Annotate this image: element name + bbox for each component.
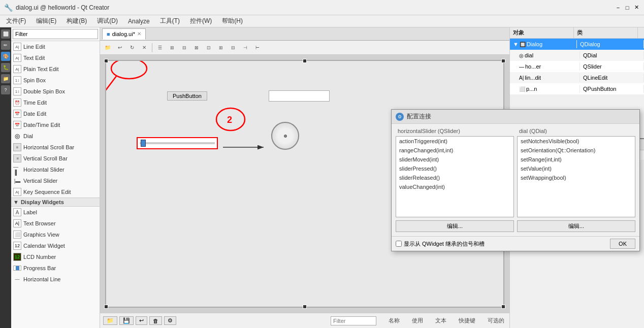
sidebar-item-vert-slider[interactable]: |▬ Vertical Slider [11, 175, 100, 186]
sidebar-item-text-edit[interactable]: A| Text Edit [11, 52, 100, 63]
sidebar-item-dial[interactable]: ◎ Dial [11, 130, 100, 142]
activity-edit[interactable]: ✏ [1, 41, 10, 50]
dialog-edit-btn-left[interactable]: 编辑... [396, 220, 514, 232]
resize-handle-br[interactable] [501, 305, 505, 309]
canvas-tb-layout4[interactable]: ⊠ [191, 42, 202, 53]
resize-handle-bl[interactable] [104, 305, 108, 309]
sidebar-item-calendar-widget[interactable]: 12 Calendar Widget [11, 240, 100, 251]
canvas-bottom-btn-4[interactable]: 🗑 [149, 316, 162, 325]
resize-handle-bc[interactable] [303, 305, 307, 309]
canvas-tb-layout7[interactable]: ⊟ [228, 42, 239, 53]
sidebar-item-date-edit[interactable]: 📅 Date Edit [11, 108, 100, 119]
dialog-right-list[interactable]: setNotchesVisible(bool) setOrientation(Q… [517, 136, 635, 217]
canvas-tab-dialog-ui[interactable]: ■ dialog.ui* ✕ [102, 28, 146, 40]
object-row-pushbutton[interactable]: ⬜ p...n QPushButton [510, 83, 644, 94]
sidebar-item-progress-bar[interactable]: Progress Bar [11, 263, 100, 274]
menu-help[interactable]: 帮助(H) [218, 16, 247, 26]
sidebar-item-vert-scroll[interactable]: ≡ Vertical Scroll Bar [11, 153, 100, 164]
canvas-dial-widget[interactable] [271, 122, 299, 150]
dialog-ok-button[interactable]: OK [610, 239, 635, 249]
minimize-button[interactable]: − [615, 4, 622, 11]
dialog-slot-set-value[interactable]: setValue(int) [518, 164, 635, 173]
canvas-tb-new[interactable]: 📁 [102, 42, 113, 53]
sidebar-item-key-seq-edit[interactable]: A| Key Sequence Edit [11, 186, 100, 198]
activity-debug[interactable]: 🐛 [1, 63, 10, 72]
object-row-slider[interactable]: — ho...er QSlider [510, 61, 644, 72]
canvas-pushbutton[interactable]: PushButton [167, 91, 207, 101]
object-row-dialog[interactable]: ▼ 🔲 Dialog QDialog [510, 39, 644, 50]
canvas-tb-open[interactable]: ↩ [114, 42, 125, 53]
dialog-slot-set-range[interactable]: setRange(int,int) [518, 155, 635, 164]
sidebar-item-line-edit[interactable]: A| Line Edit [11, 41, 100, 52]
menu-edit[interactable]: 编辑(E) [32, 16, 60, 26]
sidebar-item-horiz-slider[interactable]: —▐ Horizontal Slider [11, 164, 100, 175]
canvas-bottom-btn-3[interactable]: ↩ [136, 316, 147, 325]
dialog-signal-value-changed[interactable]: valueChanged(int) [396, 182, 513, 191]
bottom-filter-input[interactable] [331, 316, 376, 325]
menu-tools[interactable]: 工具(T) [156, 16, 184, 26]
canvas-tb-layout5[interactable]: ⊡ [203, 42, 214, 53]
activity-bar: ⬜ ✏ 🎨 🐛 📁 ? [0, 27, 11, 328]
tab-close-btn[interactable]: ✕ [137, 31, 141, 37]
canvas-tb-delete[interactable]: ✕ [139, 42, 150, 53]
close-button[interactable]: ✕ [633, 4, 640, 11]
datetime-edit-icon: 📅 [13, 121, 21, 129]
dialog-inherit-checkbox[interactable] [396, 241, 402, 247]
canvas-tb-layout3[interactable]: ⊟ [179, 42, 190, 53]
sidebar-item-text-browser[interactable]: A| Text Browser [11, 218, 100, 229]
canvas-tb-layout2[interactable]: ⊞ [167, 42, 178, 53]
menu-controls[interactable]: 控件(W) [186, 16, 216, 26]
dialog-edit-btn-right[interactable]: 编辑... [517, 220, 635, 232]
object-row-dial[interactable]: ◎ dial QDial [510, 50, 644, 61]
maximize-button[interactable]: □ [624, 4, 631, 11]
sidebar-item-horizontal-line[interactable]: — Horizontal Line [11, 274, 100, 285]
sidebar-item-time-edit[interactable]: ⏰ Time Edit [11, 97, 100, 108]
sidebar-item-datetime-edit[interactable]: 📅 Date/Time Edit [11, 119, 100, 130]
object-row-lineedit[interactable]: A| lin...dit QLineEdit [510, 72, 644, 83]
config-connection-dialog[interactable]: ⚙ 配置连接 horizontalSlider (QSlider) action… [391, 109, 640, 251]
resize-handle-tl[interactable] [104, 59, 108, 63]
sidebar-item-lcd-number[interactable]: 12 LCD Number [11, 251, 100, 263]
sidebar-item-spin-box[interactable]: 1↕ Spin Box [11, 75, 100, 86]
canvas-tb-layout8[interactable]: ⊣ [240, 42, 251, 53]
menu-file[interactable]: 文件(F) [2, 16, 30, 26]
graphics-view-icon: ⬜ [13, 231, 21, 239]
canvas-bottom-bar: 📁 💾 ↩ 🗑 ⚙ 名称 使用 文本 快捷键 可选的 [100, 313, 509, 328]
sidebar-item-graphics-view[interactable]: ⬜ Graphics View [11, 229, 100, 240]
dialog-signal-slider-released[interactable]: sliderReleased() [396, 173, 513, 182]
dialog-slot-set-notches[interactable]: setNotchesVisible(bool) [518, 137, 635, 146]
canvas-tb-layout6[interactable]: ⊞ [215, 42, 227, 53]
canvas-tb-layout1[interactable]: ☰ [154, 42, 166, 53]
canvas-bottom-btn-1[interactable]: 📁 [103, 316, 117, 325]
canvas-tb-layout9[interactable]: ⊢ [252, 42, 263, 53]
dialog-slot-set-orientation[interactable]: setOrientation(Qt::Orientation) [518, 146, 635, 155]
canvas-slider-widget[interactable] [137, 137, 218, 149]
activity-help[interactable]: ? [1, 85, 10, 94]
menu-analyze[interactable]: Analyze [124, 17, 154, 26]
canvas-tb-save[interactable]: ↻ [126, 42, 138, 53]
object-cell-dialog: ▼ 🔲 Dialog [510, 40, 577, 48]
resize-handle-tr[interactable] [501, 59, 505, 63]
dialog-signal-slider-moved[interactable]: sliderMoved(int) [396, 155, 513, 164]
dialog-signal-range-changed[interactable]: rangeChanged(int,int) [396, 146, 513, 155]
activity-projects[interactable]: 📁 [1, 74, 10, 83]
menu-debug[interactable]: 调试(D) [93, 16, 122, 26]
pushbutton-widget[interactable]: PushButton [167, 91, 207, 101]
menu-build[interactable]: 构建(B) [62, 16, 91, 26]
canvas-bottom-btn-5[interactable]: ⚙ [164, 316, 176, 325]
window-controls[interactable]: − □ ✕ [615, 4, 640, 11]
sidebar-item-plain-text-edit[interactable]: A| Plain Text Edit [11, 63, 100, 75]
canvas-bottom-btn-2[interactable]: 💾 [119, 316, 134, 325]
resize-handle-tc[interactable] [303, 59, 307, 63]
dialog-signal-slider-pressed[interactable]: sliderPressed() [396, 164, 513, 173]
dialog-slot-set-wrapping[interactable]: setWrapping(bool) [518, 173, 635, 182]
sidebar-item-label[interactable]: A Label [11, 207, 100, 218]
dialog-left-list[interactable]: actionTriggered(int) rangeChanged(int,in… [396, 136, 514, 217]
sidebar-filter-input[interactable] [13, 29, 98, 39]
activity-welcome[interactable]: ⬜ [1, 29, 10, 39]
canvas-lineedit[interactable] [269, 90, 330, 102]
sidebar-item-double-spin-box[interactable]: 1↕ Double Spin Box [11, 86, 100, 97]
activity-design[interactable]: 🎨 [1, 52, 10, 61]
sidebar-item-horiz-scroll[interactable]: ≡ Horizontal Scroll Bar [11, 142, 100, 153]
dialog-signal-action-triggered[interactable]: actionTriggered(int) [396, 137, 513, 146]
